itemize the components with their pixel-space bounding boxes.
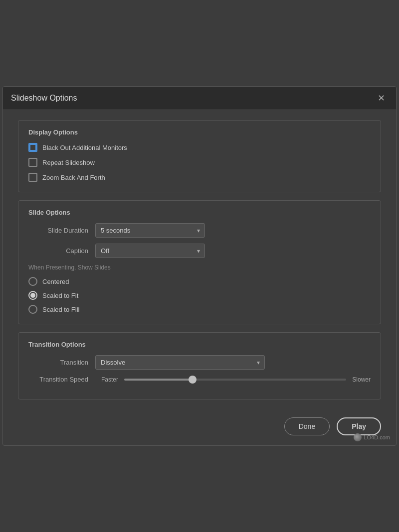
faster-label: Faster <box>101 376 118 383</box>
caption-label: Caption <box>28 247 88 255</box>
checkbox-zoom-box[interactable] <box>28 173 37 182</box>
slower-label: Slower <box>352 376 371 383</box>
dialog-body: Display Options Black Out Additional Mon… <box>3 110 396 409</box>
checkbox-zoom-label: Zoom Back And Forth <box>42 174 105 181</box>
checkbox-zoom[interactable]: Zoom Back And Forth <box>28 173 371 182</box>
radio-scaled-to-fill[interactable]: Scaled to Fill <box>28 305 371 314</box>
slide-options-title: Slide Options <box>28 209 371 216</box>
play-button[interactable]: Play <box>337 417 381 435</box>
radio-scaled-to-fit-outer[interactable] <box>28 291 37 300</box>
transition-row: Transition None Dissolve Fade Wipe Zoom … <box>28 355 371 370</box>
checkbox-black-out-label: Black Out Additional Monitors <box>42 144 127 151</box>
transition-select-wrapper: None Dissolve Fade Wipe Zoom ▾ <box>95 355 265 370</box>
speed-slider[interactable] <box>124 379 346 381</box>
radio-scaled-to-fit-inner <box>30 293 35 298</box>
close-button[interactable]: ✕ <box>375 92 388 105</box>
presenting-label: When Presenting, Show Slides <box>28 264 371 271</box>
transition-select[interactable]: None Dissolve Fade Wipe Zoom <box>95 355 265 370</box>
duration-select[interactable]: 1 second 2 seconds 3 seconds 4 seconds 5… <box>95 223 205 238</box>
caption-row: Caption Off On ▾ <box>28 244 371 258</box>
checkbox-repeat[interactable]: Repeat Slideshow <box>28 158 371 167</box>
checkbox-black-out[interactable]: Black Out Additional Monitors <box>28 143 371 152</box>
slideshow-options-dialog: Slideshow Options ✕ Display Options Blac… <box>2 86 397 446</box>
transition-options-section: Transition Options Transition None Disso… <box>18 332 381 399</box>
dialog-footer: Done Play <box>3 409 396 445</box>
duration-select-wrapper: 1 second 2 seconds 3 seconds 4 seconds 5… <box>95 223 205 238</box>
checkbox-repeat-label: Repeat Slideshow <box>42 159 95 166</box>
transition-options-title: Transition Options <box>28 341 371 348</box>
speed-row: Transition Speed Faster Slower <box>28 376 371 383</box>
display-options-section: Display Options Black Out Additional Mon… <box>18 120 381 192</box>
duration-label: Slide Duration <box>28 227 88 234</box>
caption-select[interactable]: Off On <box>95 244 205 258</box>
speed-slider-container <box>124 379 346 381</box>
checkbox-black-out-box[interactable] <box>28 143 37 152</box>
transition-label: Transition <box>28 359 88 366</box>
dialog-title: Slideshow Options <box>11 94 77 103</box>
radio-scaled-to-fit[interactable]: Scaled to Fit <box>28 291 371 300</box>
radio-scaled-to-fill-label: Scaled to Fill <box>42 306 79 313</box>
duration-row: Slide Duration 1 second 2 seconds 3 seco… <box>28 223 371 238</box>
watermark: LO4D.com <box>354 433 390 441</box>
radio-scaled-to-fit-label: Scaled to Fit <box>42 292 78 299</box>
done-button[interactable]: Done <box>284 417 330 435</box>
caption-select-wrapper: Off On ▾ <box>95 244 205 258</box>
radio-scaled-to-fill-outer[interactable] <box>28 305 37 314</box>
radio-centered[interactable]: Centered <box>28 277 371 286</box>
watermark-text: LO4D.com <box>364 434 390 440</box>
radio-centered-label: Centered <box>42 278 69 285</box>
title-bar: Slideshow Options ✕ <box>3 87 396 110</box>
watermark-globe-icon <box>354 433 362 441</box>
checkbox-repeat-box[interactable] <box>28 158 37 167</box>
speed-label: Transition Speed <box>28 376 88 383</box>
radio-centered-outer[interactable] <box>28 277 37 286</box>
slide-options-section: Slide Options Slide Duration 1 second 2 … <box>18 200 381 324</box>
display-options-title: Display Options <box>28 129 371 136</box>
